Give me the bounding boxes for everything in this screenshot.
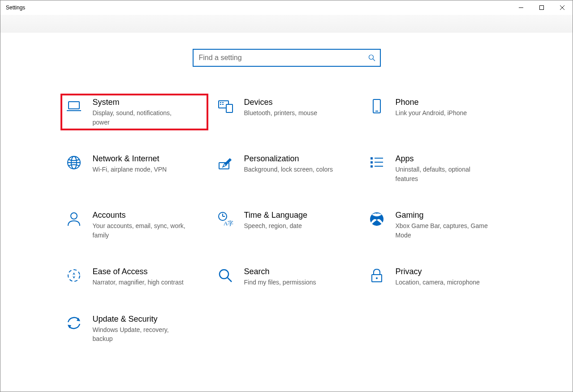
tile-text: Time & LanguageSpeech, region, date [244, 210, 355, 231]
svg-point-32 [68, 270, 80, 281]
tile-title: Personalization [244, 154, 355, 164]
svg-marker-33 [73, 272, 75, 275]
tile-title: Search [244, 267, 355, 277]
tile-title: Network & Internet [93, 154, 204, 164]
ease-icon [65, 267, 83, 284]
close-icon [560, 5, 564, 10]
tile-desc: Speech, region, date [244, 221, 338, 230]
xbox-icon [368, 210, 386, 228]
maximize-button[interactable] [531, 0, 552, 15]
tile-text: DevicesBluetooth, printers, mouse [244, 97, 355, 118]
svg-line-5 [373, 59, 375, 61]
phone-icon [368, 97, 386, 115]
tile-desc: Bluetooth, printers, mouse [244, 108, 338, 117]
tile-text: Network & InternetWi-Fi, airplane mode, … [93, 154, 204, 174]
tile-privacy[interactable]: PrivacyLocation, camera, microphone [363, 263, 511, 291]
tile-desc: Find my files, permissions [244, 278, 338, 287]
tile-text: PersonalizationBackground, lock screen, … [244, 154, 355, 174]
svg-rect-11 [222, 102, 224, 103]
lock-icon [368, 267, 386, 284]
person-icon [65, 210, 83, 228]
tile-accounts[interactable]: AccountsYour accounts, email, sync, work… [60, 207, 208, 243]
search-box[interactable] [193, 49, 381, 67]
tile-title: Time & Language [244, 210, 355, 220]
tile-text: Update & SecurityWindows Update, recover… [93, 314, 204, 344]
tile-gaming[interactable]: GamingXbox Game Bar, captures, Game Mode [363, 207, 511, 243]
tile-ease[interactable]: Ease of AccessNarrator, magnifier, high … [60, 263, 208, 291]
tile-desc: Background, lock screen, colors [244, 165, 338, 174]
tile-desc: Display, sound, notifications, power [93, 108, 187, 127]
tile-text: AppsUninstall, defaults, optional featur… [396, 154, 507, 183]
titlebar: Settings [0, 0, 573, 15]
search-container [0, 49, 573, 67]
svg-rect-21 [371, 161, 373, 164]
tile-title: Ease of Access [93, 267, 204, 277]
search-icon [216, 267, 234, 284]
svg-marker-34 [73, 276, 75, 279]
globe-icon [65, 154, 83, 172]
svg-rect-20 [371, 157, 373, 159]
svg-rect-1 [540, 6, 544, 10]
window-title: Settings [6, 4, 25, 11]
svg-rect-13 [222, 104, 224, 105]
tile-text: Ease of AccessNarrator, magnifier, high … [93, 267, 204, 287]
tile-desc: Uninstall, defaults, optional features [396, 165, 490, 183]
tile-devices[interactable]: DevicesBluetooth, printers, mouse [212, 94, 360, 130]
time-icon: A字 [216, 210, 234, 228]
tile-text: GamingXbox Game Bar, captures, Game Mode [396, 210, 507, 240]
content-area: SystemDisplay, sound, notifications, pow… [0, 33, 573, 392]
sync-icon [65, 314, 83, 332]
tile-desc: Narrator, magnifier, high contrast [93, 278, 187, 287]
tile-title: System [93, 97, 204, 108]
tile-phone[interactable]: PhoneLink your Android, iPhone [363, 94, 511, 130]
pen-icon [216, 154, 234, 172]
svg-rect-6 [69, 102, 79, 109]
close-button[interactable] [552, 0, 573, 15]
tile-desc: Your accounts, email, sync, work, family [93, 221, 187, 240]
tile-text: PrivacyLocation, camera, microphone [396, 267, 507, 287]
tile-system[interactable]: SystemDisplay, sound, notifications, pow… [60, 94, 208, 130]
tile-desc: Wi-Fi, airplane mode, VPN [93, 165, 187, 174]
maximize-icon [539, 5, 544, 10]
svg-line-36 [228, 278, 232, 282]
svg-point-4 [369, 55, 373, 60]
svg-point-35 [220, 270, 228, 279]
tile-network[interactable]: Network & InternetWi-Fi, airplane mode, … [60, 150, 208, 187]
tile-desc: Windows Update, recovery, backup [93, 325, 187, 344]
apps-icon [368, 154, 386, 172]
tile-text: PhoneLink your Android, iPhone [396, 97, 507, 118]
minimize-icon [519, 5, 523, 10]
tile-time[interactable]: A字Time & LanguageSpeech, region, date [212, 207, 360, 243]
tile-title: Gaming [396, 210, 507, 220]
svg-rect-22 [371, 165, 373, 168]
svg-text:A字: A字 [224, 220, 233, 227]
svg-rect-9 [226, 104, 233, 112]
search-icon [368, 54, 375, 61]
tile-title: Privacy [396, 267, 507, 277]
tile-text: SystemDisplay, sound, notifications, pow… [93, 97, 204, 127]
minimize-button[interactable] [511, 0, 531, 15]
window-controls [511, 0, 573, 15]
tile-apps[interactable]: AppsUninstall, defaults, optional featur… [363, 150, 511, 187]
svg-point-38 [376, 277, 378, 279]
laptop-icon [65, 97, 83, 115]
search-input[interactable] [198, 50, 368, 66]
tile-title: Accounts [93, 210, 204, 220]
svg-rect-12 [220, 104, 221, 105]
tile-title: Devices [244, 97, 355, 108]
tile-personalization[interactable]: PersonalizationBackground, lock screen, … [212, 150, 360, 187]
tile-text: AccountsYour accounts, email, sync, work… [93, 210, 204, 240]
tile-title: Phone [396, 97, 507, 108]
tile-update[interactable]: Update & SecurityWindows Update, recover… [60, 310, 208, 347]
tile-title: Apps [396, 154, 507, 164]
tile-title: Update & Security [93, 314, 204, 324]
tile-desc: Link your Android, iPhone [396, 108, 490, 117]
settings-grid: SystemDisplay, sound, notifications, pow… [60, 94, 513, 365]
tile-desc: Xbox Game Bar, captures, Game Mode [396, 221, 490, 240]
svg-rect-10 [220, 102, 221, 103]
tile-search[interactable]: SearchFind my files, permissions [212, 263, 360, 291]
tile-text: SearchFind my files, permissions [244, 267, 355, 287]
svg-point-26 [71, 213, 77, 219]
devices-icon [216, 97, 234, 115]
tile-desc: Location, camera, microphone [396, 278, 490, 287]
